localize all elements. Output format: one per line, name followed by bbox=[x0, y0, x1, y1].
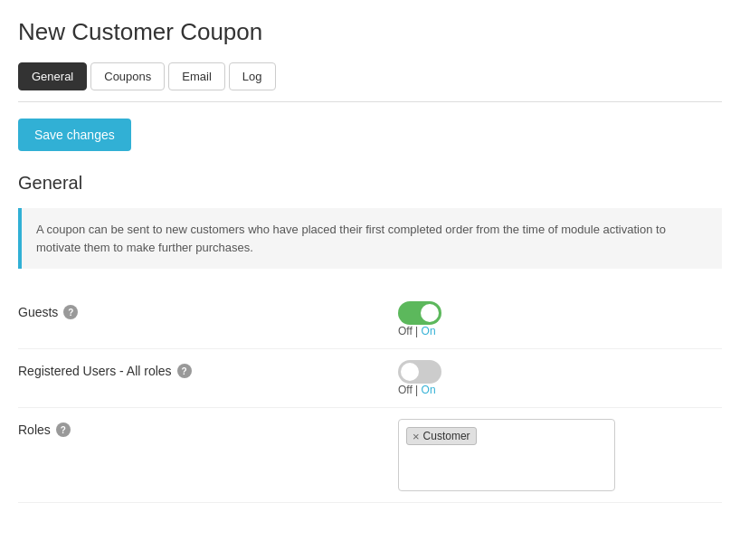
info-box: A coupon can be sent to new customers wh… bbox=[18, 208, 722, 269]
guests-label-text: Guests bbox=[18, 305, 58, 319]
guests-toggle-label: Off | On bbox=[398, 325, 436, 337]
field-row-registered-users: Registered Users - All roles ? Off | On bbox=[18, 349, 722, 408]
tab-coupons[interactable]: Coupons bbox=[90, 62, 165, 90]
registered-users-label-text: Registered Users - All roles bbox=[18, 364, 172, 378]
section-title-general: General bbox=[18, 173, 722, 194]
tab-email[interactable]: Email bbox=[168, 62, 225, 90]
field-label-guests: Guests ? bbox=[18, 301, 398, 319]
page-title: New Customer Coupon bbox=[18, 18, 722, 46]
registered-users-toggle-slider bbox=[398, 360, 441, 384]
roles-help-icon[interactable]: ? bbox=[56, 422, 71, 437]
registered-users-on-label: On bbox=[422, 384, 436, 396]
registered-users-off-label: Off | bbox=[398, 384, 418, 396]
tag-customer: × Customer bbox=[406, 427, 477, 445]
field-row-roles: Roles ? × Customer bbox=[18, 408, 722, 503]
tag-customer-label: Customer bbox=[423, 430, 470, 442]
guests-on-label: On bbox=[422, 325, 436, 337]
roles-label-text: Roles bbox=[18, 422, 51, 437]
roles-box[interactable]: × Customer bbox=[398, 419, 615, 491]
divider bbox=[18, 101, 722, 102]
guests-off-label: Off | bbox=[398, 325, 418, 337]
tag-customer-remove[interactable]: × bbox=[413, 431, 420, 442]
tab-log[interactable]: Log bbox=[229, 62, 276, 90]
save-button[interactable]: Save changes bbox=[18, 119, 131, 151]
guests-toggle[interactable] bbox=[398, 301, 441, 325]
field-row-guests: Guests ? Off | On bbox=[18, 290, 722, 349]
tab-general[interactable]: General bbox=[18, 62, 87, 90]
field-label-roles: Roles ? bbox=[18, 419, 398, 437]
tabs-bar: General Coupons Email Log bbox=[18, 62, 722, 90]
roles-control: × Customer bbox=[398, 419, 722, 491]
registered-users-toggle-label: Off | On bbox=[398, 384, 436, 396]
registered-users-help-icon[interactable]: ? bbox=[177, 364, 192, 378]
field-label-registered-users: Registered Users - All roles ? bbox=[18, 360, 398, 378]
guests-toggle-slider bbox=[398, 301, 441, 325]
registered-users-control: Off | On bbox=[398, 360, 722, 396]
guests-control: Off | On bbox=[398, 301, 722, 337]
guests-help-icon[interactable]: ? bbox=[63, 305, 78, 319]
registered-users-toggle[interactable] bbox=[398, 360, 441, 384]
